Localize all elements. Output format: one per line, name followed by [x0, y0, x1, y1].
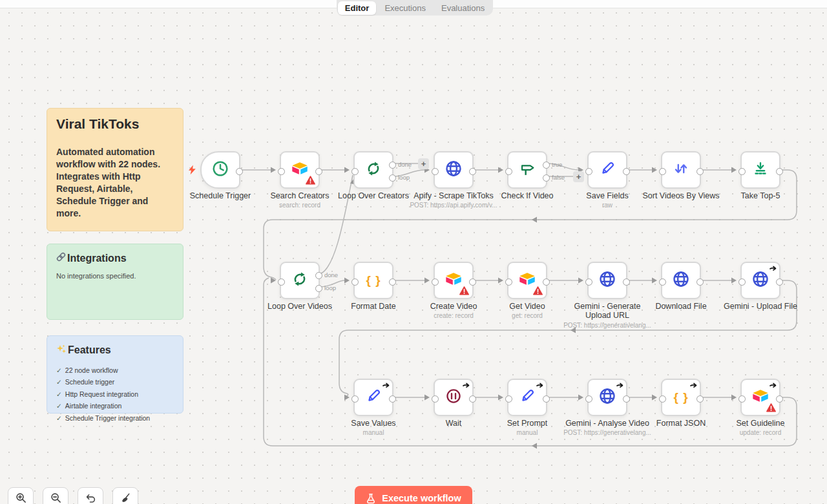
sticky-note-integrations[interactable]: Integrations No integrations specified. [47, 244, 183, 320]
zoom-in-icon [16, 492, 26, 504]
node-get-video: Get Video get: record [507, 262, 547, 299]
output-port[interactable] [776, 278, 783, 286]
output-port[interactable] [696, 278, 704, 286]
sticky-note-features[interactable]: Features ✓22 node workflow ✓Schedule tri… [47, 335, 183, 414]
execute-workflow-label: Execute workflow [382, 493, 461, 503]
tab-editor[interactable]: Editor [338, 1, 377, 15]
output-port[interactable] [776, 395, 783, 403]
output-port[interactable] [696, 395, 704, 403]
output-port-done[interactable] [389, 162, 396, 169]
view-tab-bar: Editor Executions Evaluations [337, 0, 493, 16]
add-node-button[interactable]: + [418, 158, 429, 169]
tidy-up-button[interactable] [112, 487, 138, 504]
port-label-false: false [552, 174, 565, 181]
node-schedule-trigger: Schedule Trigger [200, 151, 240, 189]
output-port[interactable] [389, 395, 396, 403]
node-wait: Wait [434, 379, 474, 416]
list-item: ✓Schedule Trigger integration [56, 412, 174, 424]
node-subtitle: update: record [706, 429, 815, 436]
output-port[interactable] [623, 395, 630, 403]
tab-evaluations[interactable]: Evaluations [434, 1, 492, 15]
jump-arrow-icon [382, 381, 390, 389]
output-port[interactable] [469, 278, 476, 286]
node-subtitle: POST: https://api.apify.com/v... [399, 202, 508, 209]
node-format-date: { } Format Date [353, 262, 393, 299]
input-port[interactable] [659, 395, 666, 403]
execute-workflow-button[interactable]: Execute workflow [355, 486, 472, 504]
zoom-out-button[interactable] [43, 487, 68, 504]
input-port[interactable] [432, 168, 439, 175]
node-label: Schedule Trigger [174, 191, 266, 200]
output-port[interactable] [623, 168, 630, 175]
input-port[interactable] [505, 395, 512, 403]
output-port[interactable] [469, 168, 476, 175]
input-port[interactable] [432, 278, 439, 286]
node-label: Take Top-5 [715, 191, 806, 200]
output-port-true[interactable] [543, 162, 550, 169]
node-gemini-generate-upload-url: Gemini - Generate Upload URL POST: https… [587, 262, 627, 299]
input-port[interactable] [738, 395, 746, 403]
input-port[interactable] [505, 168, 512, 175]
output-port[interactable] [776, 168, 783, 175]
signpost-icon [518, 159, 537, 181]
input-port[interactable] [738, 168, 746, 175]
note-body: Automated automation workflow with 22 no… [56, 146, 174, 220]
trigger-bolt-icon [188, 165, 196, 175]
node-label: Set Prompt [481, 419, 573, 428]
input-port[interactable] [585, 395, 592, 403]
output-port[interactable] [469, 395, 476, 403]
list-item: ✓Schedule trigger [56, 376, 174, 388]
zoom-in-button[interactable] [8, 487, 34, 504]
zoom-out-icon [50, 492, 61, 504]
workflow-canvas[interactable]: Editor Executions Evaluations Viral TikT… [0, 0, 827, 504]
node-subtitle: manual [319, 429, 428, 436]
node-label: Loop Over Creators [328, 191, 419, 200]
link-icon [56, 252, 66, 264]
output-port[interactable] [543, 395, 550, 403]
input-port[interactable] [351, 168, 359, 175]
output-port[interactable] [696, 168, 704, 175]
node-set-prompt: Set Prompt manual [507, 379, 547, 416]
sparkles-icon [56, 344, 67, 357]
input-port[interactable] [585, 168, 592, 175]
tab-executions[interactable]: Executions [377, 1, 433, 15]
input-port[interactable] [585, 278, 592, 286]
output-port[interactable] [389, 278, 396, 286]
output-port-false[interactable] [543, 174, 550, 182]
jump-arrow-icon [462, 381, 470, 389]
globe-icon [751, 269, 770, 291]
pencil-icon [518, 386, 537, 408]
input-port[interactable] [659, 278, 666, 286]
feature-list: ✓22 node workflow ✓Schedule trigger ✓Htt… [56, 364, 174, 424]
input-port[interactable] [738, 278, 746, 286]
jump-arrow-icon [616, 381, 623, 389]
output-port-done[interactable] [315, 272, 322, 279]
list-item: ✓22 node workflow [56, 364, 174, 376]
globe-icon [598, 386, 617, 408]
input-port[interactable] [659, 168, 666, 175]
note-title: Viral TikToks [56, 116, 174, 132]
node-sort-videos-by-views: Sort Videos By Views [661, 151, 701, 189]
output-port-loop[interactable] [389, 174, 396, 182]
clock-icon [211, 159, 230, 181]
output-port-loop[interactable] [315, 285, 322, 292]
input-port[interactable] [351, 395, 359, 403]
input-port[interactable] [278, 278, 285, 286]
input-port[interactable] [432, 395, 439, 403]
jump-arrow-icon [536, 381, 543, 389]
output-port[interactable] [543, 278, 550, 286]
input-port[interactable] [351, 278, 359, 286]
node-label: Sort Videos By Views [635, 191, 727, 200]
jump-arrow-icon [769, 381, 777, 389]
output-port[interactable] [623, 278, 630, 286]
input-port[interactable] [505, 278, 512, 286]
output-port[interactable] [236, 168, 243, 175]
input-port[interactable] [278, 168, 285, 175]
node-apify-scrape-tiktoks: Apify - Scrape TikToks POST: https://api… [434, 151, 474, 189]
sticky-note-overview[interactable]: Viral TikToks Automated automation workf… [47, 108, 183, 231]
sort-icon [671, 159, 691, 181]
add-node-button[interactable]: + [573, 171, 584, 182]
output-port[interactable] [315, 168, 322, 175]
undo-button[interactable] [78, 487, 103, 504]
node-label: Save Values [328, 419, 419, 428]
